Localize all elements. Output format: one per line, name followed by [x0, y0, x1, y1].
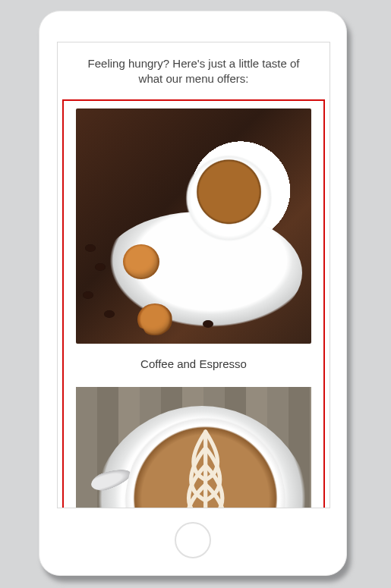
phone-mockup-frame: Feeling hungry? Here's just a little tas…: [39, 11, 347, 576]
menu-intro-text: Feeling hungry? Here's just a little tas…: [58, 42, 330, 95]
content-scroll-area[interactable]: Feeling hungry? Here's just a little tas…: [58, 42, 330, 508]
coffee-bean-icon: [85, 244, 96, 252]
highlighted-menu-section: Coffee and Espresso: [62, 99, 325, 508]
menu-item-image-espresso: [76, 108, 311, 344]
coffee-bean-icon: [104, 310, 115, 318]
phone-screen: Feeling hungry? Here's just a little tas…: [57, 42, 330, 508]
phone-home-button[interactable]: [175, 522, 211, 558]
amaretti-cookie-icon: [123, 244, 159, 279]
menu-item-image-latte: [76, 387, 311, 508]
latte-cup-icon: [123, 395, 288, 508]
menu-item-caption: Coffee and Espresso: [76, 344, 311, 387]
amaretti-cookie-icon: [137, 303, 172, 335]
coffee-bean-icon: [203, 320, 213, 328]
coffee-bean-icon: [95, 263, 106, 271]
coffee-bean-icon: [83, 291, 93, 299]
